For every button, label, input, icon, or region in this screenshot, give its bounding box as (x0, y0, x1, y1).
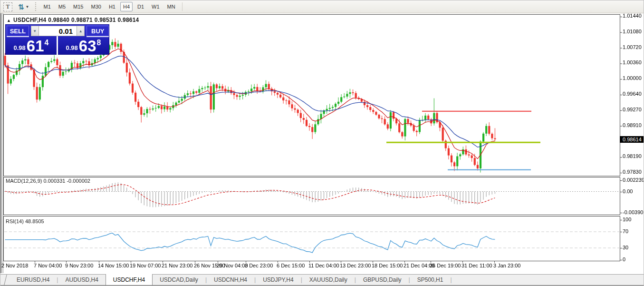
sell-price-pips: 61 (27, 38, 44, 54)
timeframe-button-m30[interactable]: M30 (88, 2, 104, 11)
volume-input[interactable] (39, 26, 77, 36)
date-axis-label: 9 Nov 23:00 (65, 263, 93, 268)
date-axis-label: 3 Dec 23:00 (245, 263, 273, 268)
price-axis-label: 1.00360 (623, 59, 642, 65)
rsi-axis-label: 0 (623, 256, 625, 262)
price-axis-label: 1.00000 (623, 75, 642, 81)
chart-tab-usdchf[interactable]: USDCHF,H4 (106, 274, 153, 285)
chevron-down-icon[interactable]: ▼ (26, 5, 29, 9)
chart-toolbar: T ⇅ ▼ M1M5M15M30H1H4D1W1MN (0, 0, 644, 13)
chart-tab-usdcnh[interactable]: USDCNH,H4 (207, 275, 254, 285)
timeframe-button-m5[interactable]: M5 (56, 2, 68, 11)
current-price-tag: 0.98614 (620, 136, 644, 143)
buy-price-point: 8 (97, 39, 101, 47)
volume-increase-button[interactable]: ▲ (77, 26, 85, 36)
buy-button[interactable]: BUY (87, 26, 109, 36)
collapse-triangle-icon[interactable]: ▲ (7, 18, 11, 23)
chart-tab-eurusd[interactable]: EURUSD,H4 (10, 275, 57, 285)
sell-button[interactable]: SELL (7, 26, 29, 36)
tab-separator: | (450, 275, 452, 285)
timeframe-bar: M1M5M15M30H1H4D1W1MN (40, 2, 179, 11)
chart-tab-usdjpy[interactable]: USDJPY,H4 (256, 275, 300, 285)
date-axis-label: 11 Dec 04:00 (308, 263, 339, 268)
rsi-axis-label: 30 (623, 245, 628, 250)
one-click-trading-panel: SELL ▼ ▲ BUY 0.98 61 4 0.98 63 8 (5, 24, 109, 55)
price-axis-label: 1.01080 (623, 29, 642, 34)
rsi-label: RSI(14) 48.8505 (6, 218, 44, 224)
timeframe-button-h4[interactable]: H4 (120, 2, 133, 11)
macd-axis-label: -0.003901 (623, 209, 644, 215)
toolbar-grip (35, 2, 36, 11)
chart-window: ▲USDCHF,H40.988400.988710.985310.98614 S… (0, 13, 644, 273)
rsi-axis-label: 100 (623, 217, 631, 222)
sell-price-point: 4 (45, 39, 49, 47)
timeframe-button-m15[interactable]: M15 (70, 2, 86, 11)
macd-axis-label: 0.002239 (623, 177, 644, 183)
timeframe-button-d1[interactable]: D1 (135, 2, 147, 11)
buy-price-pips: 63 (79, 38, 96, 54)
price-axis-label: 0.98190 (623, 153, 642, 159)
toolbar-separator (182, 2, 183, 11)
date-axis-label: 7 Nov 04:00 (34, 263, 62, 268)
date-axis-label: 13 Dec 23:00 (340, 263, 371, 268)
open-value: 0.98840 (48, 17, 69, 23)
cursor-mode-icon[interactable]: ⇅ (18, 2, 24, 11)
high-value: 0.98871 (71, 17, 93, 23)
sell-price-base: 0.98 (14, 44, 26, 51)
price-axis-label: 1.00720 (623, 44, 642, 50)
buy-price-base: 0.98 (66, 44, 78, 51)
date-axis-label: 19 Nov 07:00 (130, 263, 161, 268)
chart-tab-bar: EURUSD,H4|AUDUSD,H4USDCHF,H4USDCAD,Daily… (0, 274, 644, 286)
text-label-tool-icon[interactable]: T (3, 2, 12, 11)
rsi-axis-label: 70 (623, 228, 628, 234)
low-value: 0.98531 (95, 17, 116, 23)
timeframe-button-h1[interactable]: H1 (106, 2, 118, 11)
price-axis-label: 0.98910 (623, 122, 642, 128)
price-axis-label: 0.97830 (623, 169, 642, 175)
date-axis-label: 2 Nov 2018 (1, 263, 28, 268)
date-axis-label: 26 Dec 19:00 (430, 263, 461, 268)
chart-tab-audusd[interactable]: AUDUSD,H4 (58, 275, 105, 285)
timeframe-button-mn[interactable]: MN (164, 2, 178, 11)
macd-axis-label: 0.00 (623, 188, 633, 194)
price-axis-label: 1.01440 (623, 13, 642, 19)
sell-price[interactable]: 0.98 61 4 (6, 36, 57, 55)
chart-tab-xauusd[interactable]: XAUUSD,Daily (302, 275, 355, 285)
date-axis-label: 31 Dec 11:00 (461, 263, 492, 268)
timeframe-button-w1[interactable]: W1 (149, 2, 163, 11)
date-axis-label: 18 Dec 15:00 (372, 263, 403, 268)
date-axis-label: 29 Nov 04:00 (217, 263, 248, 268)
price-axis-label: 0.99640 (623, 91, 642, 97)
date-axis-label: 14 Nov 15:00 (98, 263, 129, 268)
tab-stub (0, 275, 7, 285)
chart-tab-gbpusd[interactable]: GBPUSD,Daily (356, 275, 409, 285)
close-value: 0.98614 (118, 17, 139, 23)
volume-decrease-button[interactable]: ▼ (31, 26, 39, 36)
macd-label: MACD(12,26,9) 0.000331 -0.000002 (6, 178, 90, 184)
buy-price[interactable]: 0.98 63 8 (58, 36, 109, 55)
date-axis-label: 3 Jan 23:00 (493, 263, 521, 268)
timeframe-button-m1[interactable]: M1 (41, 2, 54, 11)
chart-title: ▲USDCHF,H40.988400.988710.985310.98614 (7, 17, 141, 23)
chart-tab-usdcad[interactable]: USDCAD,Daily (153, 275, 205, 285)
date-axis-label: 21 Nov 23:00 (162, 263, 192, 268)
chart-tab-sp500[interactable]: SP500,H1 (410, 275, 451, 285)
price-axis-label: 0.99270 (623, 107, 642, 112)
mt4-terminal: T ⇅ ▼ M1M5M15M30H1H4D1W1MN ▲USDCHF,H40.9… (0, 0, 644, 286)
symbol-label: USDCHF,H4 (13, 17, 46, 23)
date-axis-label: 6 Dec 15:00 (277, 263, 305, 268)
